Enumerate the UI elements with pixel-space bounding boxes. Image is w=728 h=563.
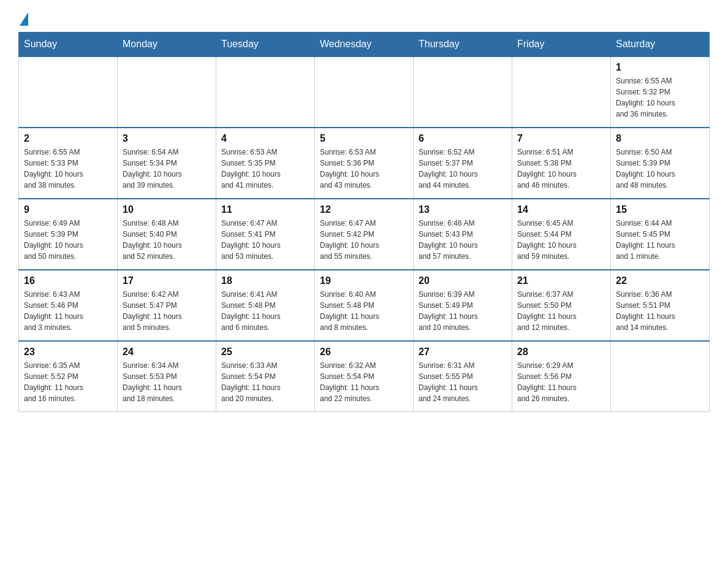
page-header <box>18 12 710 26</box>
calendar-cell: 7Sunrise: 6:51 AM Sunset: 5:38 PM Daylig… <box>512 128 611 199</box>
day-number: 9 <box>24 204 112 215</box>
day-header-saturday: Saturday <box>611 33 710 57</box>
day-info: Sunrise: 6:55 AM Sunset: 5:33 PM Dayligh… <box>24 147 112 191</box>
calendar-cell: 21Sunrise: 6:37 AM Sunset: 5:50 PM Dayli… <box>512 270 611 341</box>
day-header-friday: Friday <box>512 33 611 57</box>
day-info: Sunrise: 6:52 AM Sunset: 5:37 PM Dayligh… <box>419 147 507 191</box>
day-header-thursday: Thursday <box>414 33 512 57</box>
calendar-cell: 15Sunrise: 6:44 AM Sunset: 5:45 PM Dayli… <box>611 199 710 270</box>
day-number: 5 <box>320 133 408 144</box>
day-info: Sunrise: 6:48 AM Sunset: 5:40 PM Dayligh… <box>123 218 211 262</box>
week-row-5: 23Sunrise: 6:35 AM Sunset: 5:52 PM Dayli… <box>19 341 710 412</box>
calendar-cell: 22Sunrise: 6:36 AM Sunset: 5:51 PM Dayli… <box>611 270 710 341</box>
day-number: 20 <box>419 275 507 286</box>
day-info: Sunrise: 6:47 AM Sunset: 5:41 PM Dayligh… <box>221 218 309 262</box>
day-number: 2 <box>24 133 112 144</box>
day-info: Sunrise: 6:33 AM Sunset: 5:54 PM Dayligh… <box>221 360 309 404</box>
calendar-cell <box>19 56 118 128</box>
calendar-cell <box>611 341 710 412</box>
calendar-cell: 2Sunrise: 6:55 AM Sunset: 5:33 PM Daylig… <box>19 128 118 199</box>
calendar-table: SundayMondayTuesdayWednesdayThursdayFrid… <box>18 32 710 412</box>
calendar-cell: 5Sunrise: 6:53 AM Sunset: 5:36 PM Daylig… <box>315 128 414 199</box>
day-info: Sunrise: 6:51 AM Sunset: 5:38 PM Dayligh… <box>517 147 605 191</box>
day-number: 14 <box>517 204 605 215</box>
week-row-1: 1Sunrise: 6:55 AM Sunset: 5:32 PM Daylig… <box>19 56 710 128</box>
calendar-cell: 9Sunrise: 6:49 AM Sunset: 5:39 PM Daylig… <box>19 199 118 270</box>
day-number: 6 <box>419 133 507 144</box>
calendar-cell: 6Sunrise: 6:52 AM Sunset: 5:37 PM Daylig… <box>414 128 512 199</box>
day-number: 25 <box>221 347 309 358</box>
day-number: 4 <box>221 133 309 144</box>
logo-triangle-icon <box>20 12 28 26</box>
day-info: Sunrise: 6:39 AM Sunset: 5:49 PM Dayligh… <box>419 289 507 333</box>
day-info: Sunrise: 6:31 AM Sunset: 5:55 PM Dayligh… <box>419 360 507 404</box>
day-number: 24 <box>123 347 211 358</box>
week-row-2: 2Sunrise: 6:55 AM Sunset: 5:33 PM Daylig… <box>19 128 710 199</box>
day-info: Sunrise: 6:44 AM Sunset: 5:45 PM Dayligh… <box>616 218 704 262</box>
day-info: Sunrise: 6:54 AM Sunset: 5:34 PM Dayligh… <box>123 147 211 191</box>
day-number: 15 <box>616 204 704 215</box>
calendar-cell: 13Sunrise: 6:46 AM Sunset: 5:43 PM Dayli… <box>414 199 512 270</box>
day-number: 22 <box>616 275 704 286</box>
calendar-cell: 19Sunrise: 6:40 AM Sunset: 5:48 PM Dayli… <box>315 270 414 341</box>
week-row-4: 16Sunrise: 6:43 AM Sunset: 5:46 PM Dayli… <box>19 270 710 341</box>
calendar-cell: 14Sunrise: 6:45 AM Sunset: 5:44 PM Dayli… <box>512 199 611 270</box>
day-header-tuesday: Tuesday <box>216 33 315 57</box>
day-header-sunday: Sunday <box>19 33 118 57</box>
days-header-row: SundayMondayTuesdayWednesdayThursdayFrid… <box>19 33 710 57</box>
calendar-cell: 18Sunrise: 6:41 AM Sunset: 5:48 PM Dayli… <box>216 270 315 341</box>
calendar-cell: 8Sunrise: 6:50 AM Sunset: 5:39 PM Daylig… <box>611 128 710 199</box>
calendar-cell <box>414 56 512 128</box>
day-number: 18 <box>221 275 309 286</box>
day-number: 19 <box>320 275 408 286</box>
day-number: 1 <box>616 62 704 73</box>
calendar-cell: 11Sunrise: 6:47 AM Sunset: 5:41 PM Dayli… <box>216 199 315 270</box>
day-number: 11 <box>221 204 309 215</box>
calendar-cell <box>118 56 216 128</box>
day-number: 16 <box>24 275 112 286</box>
day-info: Sunrise: 6:35 AM Sunset: 5:52 PM Dayligh… <box>24 360 112 404</box>
day-number: 21 <box>517 275 605 286</box>
calendar-cell <box>512 56 611 128</box>
day-number: 3 <box>123 133 211 144</box>
calendar-cell: 4Sunrise: 6:53 AM Sunset: 5:35 PM Daylig… <box>216 128 315 199</box>
day-info: Sunrise: 6:40 AM Sunset: 5:48 PM Dayligh… <box>320 289 408 333</box>
day-info: Sunrise: 6:29 AM Sunset: 5:56 PM Dayligh… <box>517 360 605 404</box>
day-number: 23 <box>24 347 112 358</box>
calendar-cell: 23Sunrise: 6:35 AM Sunset: 5:52 PM Dayli… <box>19 341 118 412</box>
calendar-cell: 1Sunrise: 6:55 AM Sunset: 5:32 PM Daylig… <box>611 56 710 128</box>
calendar-cell: 16Sunrise: 6:43 AM Sunset: 5:46 PM Dayli… <box>19 270 118 341</box>
day-info: Sunrise: 6:55 AM Sunset: 5:32 PM Dayligh… <box>616 75 704 120</box>
calendar-cell: 3Sunrise: 6:54 AM Sunset: 5:34 PM Daylig… <box>118 128 216 199</box>
day-info: Sunrise: 6:32 AM Sunset: 5:54 PM Dayligh… <box>320 360 408 404</box>
day-number: 26 <box>320 347 408 358</box>
day-number: 7 <box>517 133 605 144</box>
day-info: Sunrise: 6:47 AM Sunset: 5:42 PM Dayligh… <box>320 218 408 262</box>
day-number: 12 <box>320 204 408 215</box>
day-info: Sunrise: 6:42 AM Sunset: 5:47 PM Dayligh… <box>123 289 211 333</box>
day-number: 13 <box>419 204 507 215</box>
calendar-cell: 26Sunrise: 6:32 AM Sunset: 5:54 PM Dayli… <box>315 341 414 412</box>
calendar-cell: 25Sunrise: 6:33 AM Sunset: 5:54 PM Dayli… <box>216 341 315 412</box>
calendar-cell <box>216 56 315 128</box>
day-info: Sunrise: 6:34 AM Sunset: 5:53 PM Dayligh… <box>123 360 211 404</box>
day-number: 17 <box>123 275 211 286</box>
calendar-cell <box>315 56 414 128</box>
day-number: 28 <box>517 347 605 358</box>
calendar-cell: 20Sunrise: 6:39 AM Sunset: 5:49 PM Dayli… <box>414 270 512 341</box>
day-header-monday: Monday <box>118 33 216 57</box>
day-info: Sunrise: 6:49 AM Sunset: 5:39 PM Dayligh… <box>24 218 112 262</box>
day-number: 10 <box>123 204 211 215</box>
day-info: Sunrise: 6:36 AM Sunset: 5:51 PM Dayligh… <box>616 289 704 333</box>
day-info: Sunrise: 6:46 AM Sunset: 5:43 PM Dayligh… <box>419 218 507 262</box>
day-info: Sunrise: 6:41 AM Sunset: 5:48 PM Dayligh… <box>221 289 309 333</box>
day-info: Sunrise: 6:50 AM Sunset: 5:39 PM Dayligh… <box>616 147 704 191</box>
calendar-cell: 27Sunrise: 6:31 AM Sunset: 5:55 PM Dayli… <box>414 341 512 412</box>
calendar-cell: 24Sunrise: 6:34 AM Sunset: 5:53 PM Dayli… <box>118 341 216 412</box>
day-info: Sunrise: 6:53 AM Sunset: 5:36 PM Dayligh… <box>320 147 408 191</box>
calendar-cell: 12Sunrise: 6:47 AM Sunset: 5:42 PM Dayli… <box>315 199 414 270</box>
week-row-3: 9Sunrise: 6:49 AM Sunset: 5:39 PM Daylig… <box>19 199 710 270</box>
day-info: Sunrise: 6:53 AM Sunset: 5:35 PM Dayligh… <box>221 147 309 191</box>
calendar-cell: 17Sunrise: 6:42 AM Sunset: 5:47 PM Dayli… <box>118 270 216 341</box>
calendar-cell: 10Sunrise: 6:48 AM Sunset: 5:40 PM Dayli… <box>118 199 216 270</box>
